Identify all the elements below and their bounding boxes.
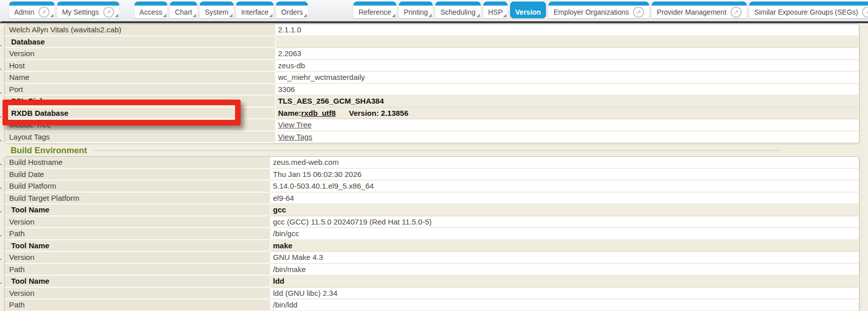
row-path: Path /bin/ldd — [5, 299, 858, 311]
view-tags-link[interactable]: View Tags — [278, 132, 312, 141]
row-label: Module Tree — [5, 119, 276, 131]
tab-label: Employer Organizations — [554, 8, 629, 16]
row-label: Version — [5, 216, 271, 229]
top-tab-bar: Admin ↗ My Settings ↗ Access Chart Syste… — [0, 0, 868, 21]
tab-hsp[interactable]: HSP — [483, 2, 508, 18]
dropdown-fold-icon — [115, 14, 118, 17]
row-label: Tool Name — [5, 204, 271, 216]
left-edge-notches — [0, 21, 2, 288]
row-label: Path — [5, 228, 271, 240]
row-value: TLS_AES_256_GCM_SHA384 — [276, 96, 858, 108]
row-path: Path /bin/make — [5, 264, 858, 276]
row-label: Path — [5, 264, 271, 276]
row-value: View Tags — [276, 131, 858, 144]
open-in-new-icon[interactable]: ↗ — [103, 7, 114, 18]
dropdown-fold-icon — [392, 14, 395, 17]
tab-label: Reference — [358, 8, 391, 16]
row-label: Tool Name — [5, 240, 271, 252]
row-value — [276, 36, 858, 49]
dropdown-fold-icon — [476, 14, 480, 17]
build-environment-table: Build Hostname zeus.med-web.com Build Da… — [4, 156, 860, 311]
tab-scheduling[interactable]: Scheduling — [435, 2, 480, 18]
view-tree-link[interactable]: View Tree — [278, 120, 311, 129]
row-value: zeus.med-web.com — [271, 157, 858, 169]
row-value: gcc — [271, 204, 858, 216]
dropdown-fold-icon — [303, 14, 307, 17]
row-database: Database — [5, 36, 858, 49]
version-page-content: Welch Allyn Vitals (wavitals2.cab) 2.1.1… — [0, 23, 868, 311]
row-value: ldd (GNU libc) 2.34 — [271, 288, 858, 300]
row-layout-tags: Layout Tags View Tags — [5, 131, 858, 144]
build-environment-title: Build Environment — [11, 146, 87, 156]
tab-my-settings[interactable]: My Settings ↗ — [57, 2, 119, 18]
row-value: make — [271, 240, 858, 252]
row-value: el9-64 — [271, 193, 858, 205]
row-label: RXDB Database — [5, 108, 276, 120]
tab-label: Interface — [241, 8, 268, 16]
open-in-new-icon[interactable]: ↗ — [730, 7, 742, 18]
row-label: Build Hostname — [5, 157, 271, 169]
open-in-new-icon[interactable]: ↗ — [862, 7, 868, 18]
row-value: 5.14.0-503.40.1.el9_5.x86_64 — [271, 181, 858, 193]
tab-printing[interactable]: Printing — [399, 2, 433, 18]
tab-access[interactable]: Access — [134, 2, 167, 18]
dropdown-fold-icon — [50, 14, 54, 17]
row-value: Thu Jan 15 06:02:30 2026 — [271, 169, 858, 181]
dropdown-fold-icon — [428, 14, 432, 17]
tab-admin[interactable]: Admin ↗ — [9, 2, 55, 18]
tab-interface[interactable]: Interface — [236, 2, 273, 18]
tab-label: Access — [140, 8, 162, 16]
row-label: Version — [5, 288, 271, 300]
value-text: Name: — [278, 109, 301, 117]
dropdown-fold-icon — [193, 14, 196, 17]
row-version: Version 2.2063 — [5, 48, 858, 60]
row-version: Version GNU Make 4.3 — [5, 252, 858, 264]
tab-label: Admin — [14, 8, 34, 16]
row-value: Name: rxdb_utf8Version: 2.13856 — [276, 108, 858, 120]
row-label: Host — [5, 60, 276, 72]
row-value: wc_miehr_wctmasterdaily — [276, 72, 858, 84]
row-name: Name wc_miehr_wctmasterdaily — [5, 72, 858, 84]
row-module-tree: Module Tree View Tree — [5, 119, 858, 131]
row-label: SSL Cipher — [5, 96, 276, 108]
row-label: Version — [5, 48, 276, 60]
row-label: Tool Name — [5, 276, 271, 288]
tab-orders[interactable]: Orders — [276, 2, 308, 18]
tab-label: System — [205, 8, 229, 16]
row-value: gcc (GCC) 11.5.0 20240719 (Red Hat 11.5.… — [271, 216, 858, 229]
tab-employer-organizations[interactable]: Employer Organizations ↗ — [549, 2, 649, 18]
row-path: Path /bin/gcc — [5, 228, 858, 240]
row-label: Build Target Platform — [5, 193, 271, 205]
tab-label: Orders — [281, 8, 303, 16]
row-build-hostname: Build Hostname zeus.med-web.com — [5, 157, 858, 169]
row-label: Name — [5, 72, 276, 84]
row-tool-name: Tool Name gcc — [5, 204, 858, 216]
row-value: View Tree — [276, 119, 858, 131]
tab-label: Provider Management — [657, 8, 726, 16]
tab-system[interactable]: System — [200, 2, 234, 18]
row-tool-name: Tool Name ldd — [5, 276, 858, 288]
row-tool-name: Tool Name make — [5, 240, 858, 252]
tab-label: Scheduling — [440, 8, 475, 16]
dropdown-fold-icon — [229, 14, 233, 17]
tab-similar-exposure-groups-segs[interactable]: Similar Exposure Groups (SEGs) ↗ — [749, 2, 868, 18]
dropdown-fold-icon — [269, 14, 272, 17]
dropdown-fold-icon — [163, 14, 166, 17]
row-value: ldd — [271, 276, 858, 288]
tab-provider-management[interactable]: Provider Management ↗ — [652, 2, 747, 18]
version-info-table: Welch Allyn Vitals (wavitals2.cab) 2.1.1… — [4, 24, 860, 144]
row-value: zeus-db — [276, 60, 858, 72]
tab-reference[interactable]: Reference — [353, 2, 396, 18]
rxdb-utf8-link[interactable]: rxdb_utf8 — [301, 109, 336, 117]
tab-version[interactable]: Version — [510, 2, 546, 18]
tab-label: Chart — [175, 8, 192, 16]
open-in-new-icon[interactable]: ↗ — [633, 7, 644, 18]
open-in-new-icon[interactable]: ↗ — [38, 7, 50, 18]
row-build-date: Build Date Thu Jan 15 06:02:30 2026 — [5, 169, 858, 181]
row-label: Port — [5, 84, 276, 96]
tab-chart[interactable]: Chart — [170, 2, 197, 18]
row-value: 3306 — [276, 84, 858, 96]
row-welch-allyn-vitals-wavitals2-cab: Welch Allyn Vitals (wavitals2.cab) 2.1.1… — [5, 24, 858, 36]
row-host: Host zeus-db — [5, 60, 858, 72]
value-text: Version: 2.13856 — [349, 109, 408, 117]
